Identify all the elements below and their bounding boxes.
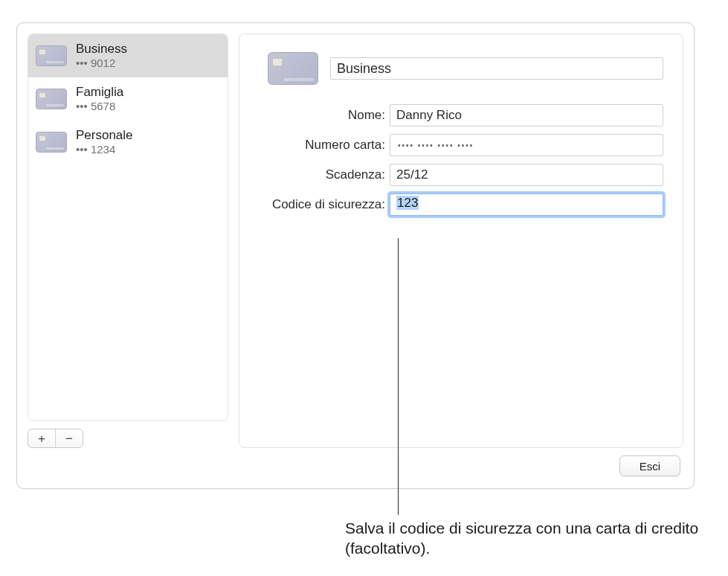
- credit-card-icon: [268, 52, 318, 85]
- number-row: Numero carta: •••• •••• •••• ••••: [259, 134, 663, 156]
- card-text: Personale ••• 1234: [76, 127, 133, 157]
- sidebar: Business ••• 9012 Famiglia ••• 5678 Pers…: [28, 33, 228, 448]
- callout-text: Salva il codice di sicurezza con una car…: [345, 518, 709, 559]
- card-text: Business ••• 9012: [76, 41, 127, 71]
- title-row: [268, 52, 663, 85]
- security-label: Codice di sicurezza:: [259, 197, 390, 212]
- credit-card-icon: [36, 132, 67, 153]
- credit-card-icon: [36, 89, 67, 109]
- exit-button[interactable]: Esci: [619, 455, 680, 476]
- add-card-button[interactable]: +: [28, 429, 55, 447]
- card-last4: ••• 5678: [76, 100, 123, 114]
- card-list: Business ••• 9012 Famiglia ••• 5678 Pers…: [28, 33, 228, 421]
- card-description-input[interactable]: [330, 57, 663, 80]
- footer: Esci: [17, 448, 694, 488]
- card-last4: ••• 9012: [76, 57, 127, 71]
- cardholder-name-input[interactable]: [390, 104, 663, 127]
- card-text: Famiglia ••• 5678: [76, 84, 123, 114]
- list-controls: + −: [28, 429, 83, 448]
- callout-line: [398, 238, 399, 515]
- name-label: Nome:: [259, 108, 390, 123]
- content-row: Business ••• 9012 Famiglia ••• 5678 Pers…: [17, 23, 694, 448]
- card-number-input[interactable]: •••• •••• •••• ••••: [390, 134, 663, 156]
- name-row: Nome:: [259, 104, 663, 127]
- card-detail-panel: Nome: Numero carta: •••• •••• •••• •••• …: [239, 33, 683, 448]
- number-label: Numero carta:: [259, 138, 390, 153]
- autofill-cards-window: Business ••• 9012 Famiglia ••• 5678 Pers…: [16, 22, 695, 489]
- card-title: Business: [76, 41, 127, 57]
- security-code-input[interactable]: 123: [390, 193, 663, 216]
- card-item-personale[interactable]: Personale ••• 1234: [28, 121, 228, 164]
- card-last4: ••• 1234: [76, 143, 133, 157]
- credit-card-icon: [36, 45, 67, 66]
- expiry-label: Scadenza:: [259, 167, 390, 182]
- card-item-famiglia[interactable]: Famiglia ••• 5678: [28, 77, 228, 121]
- security-code-value: 123: [396, 196, 419, 210]
- card-title: Personale: [76, 127, 133, 143]
- remove-card-button[interactable]: −: [56, 429, 83, 447]
- expiry-input[interactable]: [390, 164, 663, 186]
- card-title: Famiglia: [76, 84, 123, 100]
- card-item-business[interactable]: Business ••• 9012: [28, 34, 228, 77]
- security-row: Codice di sicurezza: 123: [259, 193, 663, 216]
- expiry-row: Scadenza:: [259, 164, 663, 186]
